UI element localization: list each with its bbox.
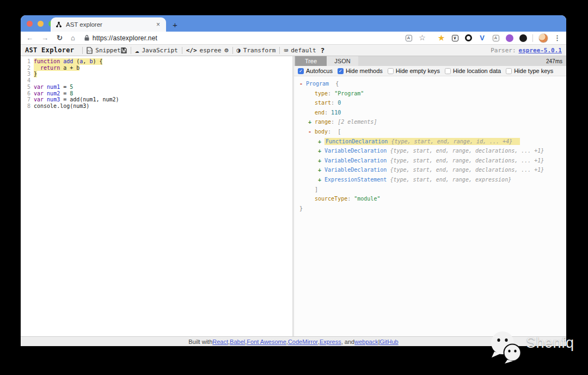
tree-node[interactable]: Program	[306, 81, 329, 87]
code-line: 7var num3 = add(num1, num2)	[21, 96, 292, 103]
tree-node-row: type: "Program"	[298, 89, 566, 99]
tree-option-hide-type-keys[interactable]: Hide type keys	[506, 68, 553, 74]
checkbox[interactable]	[388, 68, 394, 74]
code-line: 6var num2 = 8	[21, 90, 292, 97]
parser-button[interactable]: </> espree	[186, 47, 222, 54]
omnibox[interactable]: https://astexplorer.net	[84, 34, 157, 42]
keybinding-button[interactable]: ⌨ default	[284, 46, 316, 55]
code-line-text: }	[34, 71, 37, 77]
checkbox[interactable]	[445, 68, 451, 74]
collapse-toggle-icon[interactable]: -	[299, 79, 306, 89]
checkbox[interactable]: ✓	[338, 68, 344, 74]
tree-node[interactable]: ExpressionStatement	[324, 177, 387, 183]
menu-dots-icon[interactable]: ⋮	[554, 34, 561, 42]
checkbox-label: Hide type keys	[514, 68, 553, 74]
expand-toggle-icon[interactable]: +	[308, 117, 315, 127]
tree-node[interactable]: FunctionDeclaration	[326, 138, 388, 144]
code-editor[interactable]: 1function add (a, b) {2 return a + b3}45…	[21, 56, 292, 336]
tree-node-row: -Program {	[298, 79, 566, 89]
transform-label: Transform	[243, 47, 276, 54]
code-token-pl: =	[60, 84, 70, 90]
back-icon[interactable]: ←	[26, 34, 33, 42]
help-button[interactable]: ?	[321, 46, 325, 55]
footer-link[interactable]: Babel	[230, 338, 245, 345]
tree-punct: : [	[328, 129, 341, 135]
star-extension-icon[interactable]: ★	[437, 34, 445, 42]
code-token-num: 8	[70, 90, 73, 96]
vue-extension-icon[interactable]: V	[478, 34, 486, 42]
category-button[interactable]: ☁ JavaScript	[135, 46, 178, 55]
refresh-icon[interactable]: ↻	[57, 34, 63, 42]
address-bar: ← → ↻ ⌂ https://astexplorer.net A☆ ★∨VA …	[21, 32, 566, 45]
url-text[interactable]: https://astexplorer.net	[93, 34, 157, 42]
home-icon[interactable]: ⌂	[71, 34, 75, 42]
tree-key: end	[315, 110, 324, 116]
ast-tab-bar: Tree JSON 247ms	[294, 56, 566, 66]
footer-link[interactable]: React	[212, 338, 228, 345]
tree-punct: }	[299, 205, 303, 211]
ast-tree: -Program {type: "Program"start: 0end: 11…	[294, 76, 566, 336]
toggle-off-icon: ◑	[237, 46, 241, 54]
tree-node[interactable]: VariableDeclaration	[324, 158, 387, 164]
tree-option-hide-methods[interactable]: ✓Hide methods	[338, 68, 383, 74]
tab-tree[interactable]: Tree	[295, 56, 327, 66]
tree-node-row: }	[298, 204, 566, 214]
collapse-toggle-icon[interactable]: -	[308, 127, 315, 137]
tree-node-row: -body: [	[298, 127, 566, 137]
tree-node-content: VariableDeclaration {type, start, end, r…	[324, 158, 544, 164]
forward-icon[interactable]: →	[41, 34, 48, 42]
cloud-icon: ☁	[135, 46, 139, 55]
expand-toggle-icon[interactable]: +	[318, 146, 324, 156]
snippet-label: Snippet	[95, 47, 120, 54]
footer-link[interactable]: webpack	[354, 338, 378, 345]
tree-option-hide-location-data[interactable]: Hide location data	[445, 68, 501, 74]
purple-extension-icon[interactable]	[505, 34, 513, 42]
pocket-extension-icon[interactable]: ∨	[451, 34, 459, 42]
snippet-button[interactable]: </> Snippet	[87, 47, 120, 54]
parser-settings-gear-icon[interactable]: ⚙	[224, 46, 228, 54]
line-number: 2	[21, 65, 34, 71]
tree-node-content: start: 0	[315, 100, 341, 106]
ime-extension-icon[interactable]: A	[492, 34, 500, 42]
footer-link[interactable]: GitHub	[380, 338, 399, 345]
expand-toggle-icon[interactable]: +	[318, 137, 324, 147]
checkbox[interactable]: ✓	[298, 68, 304, 74]
footer-link[interactable]: Express	[320, 338, 341, 345]
code-line: 2 return a + b	[21, 65, 292, 71]
code-tag-icon: </>	[186, 47, 197, 54]
checkbox-label: Hide empty keys	[396, 68, 440, 74]
save-icon[interactable]	[121, 47, 127, 53]
expand-toggle-icon[interactable]: +	[318, 165, 324, 175]
tree-punct: :	[331, 119, 338, 125]
close-window-button[interactable]	[27, 21, 33, 27]
footer-text: Built with	[188, 338, 212, 345]
parser-version-link[interactable]: espree-5.0.1	[519, 47, 562, 54]
face-extension-icon[interactable]	[519, 34, 527, 42]
profile-avatar[interactable]	[538, 33, 548, 43]
record-extension-icon[interactable]	[464, 34, 473, 42]
new-tab-button[interactable]: +	[173, 21, 177, 29]
minimize-window-button[interactable]	[38, 21, 44, 27]
favicon-ast-logo-icon	[56, 21, 62, 28]
expand-toggle-icon[interactable]: +	[318, 175, 324, 185]
expand-toggle-icon[interactable]: +	[318, 156, 324, 166]
tree-node[interactable]: VariableDeclaration	[324, 148, 387, 154]
line-number: 1	[21, 58, 34, 65]
footer-link[interactable]: Font Awesome	[247, 338, 286, 345]
line-number: 7	[21, 96, 34, 103]
browser-tab[interactable]: AST explorer ×	[51, 17, 166, 32]
code-line-text: var num1 = 5	[34, 84, 73, 90]
footer-link[interactable]: CodeMirror	[288, 338, 318, 345]
tab-json[interactable]: JSON	[327, 56, 358, 66]
keybinding-label: default	[291, 47, 316, 54]
bookmark-star-icon[interactable]: ☆	[418, 34, 426, 42]
tree-option-hide-empty-keys[interactable]: Hide empty keys	[388, 68, 440, 74]
transform-button[interactable]: ◑ Transform	[237, 46, 276, 54]
line-number: 4	[21, 77, 34, 84]
checkbox[interactable]	[506, 68, 512, 74]
tree-node[interactable]: VariableDeclaration	[324, 167, 387, 173]
translate-icon[interactable]: A	[405, 34, 413, 42]
main-content: 1function add (a, b) {2 return a + b3}45…	[21, 56, 566, 336]
tree-option-autofocus[interactable]: ✓Autofocus	[298, 68, 333, 74]
tab-close-icon[interactable]: ×	[155, 21, 161, 28]
